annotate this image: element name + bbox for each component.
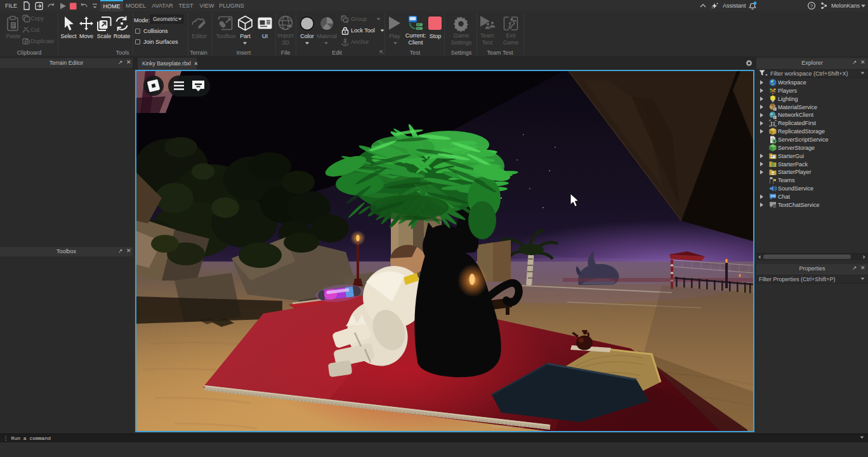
svg-text:ihatemylife1133t: ihatemylife1133t [492, 424, 524, 429]
svg-text:?: ? [810, 3, 813, 9]
